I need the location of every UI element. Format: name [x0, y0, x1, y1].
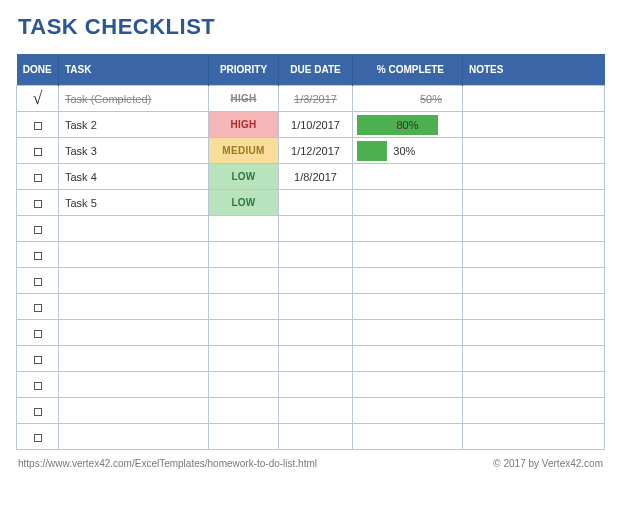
complete-cell[interactable]: 50% [353, 86, 463, 112]
col-complete: % COMPLETE [353, 54, 463, 86]
table-row: Task 4LOW1/8/2017 [17, 164, 605, 190]
priority-cell[interactable] [209, 424, 279, 450]
complete-cell[interactable] [353, 242, 463, 268]
due-date-cell[interactable] [279, 372, 353, 398]
checkbox-icon [34, 226, 42, 234]
done-cell[interactable]: √ [17, 86, 59, 112]
table-row [17, 294, 605, 320]
due-date-cell[interactable] [279, 294, 353, 320]
priority-cell[interactable]: HIGH [209, 112, 279, 138]
task-cell[interactable]: Task 2 [59, 112, 209, 138]
done-cell[interactable] [17, 138, 59, 164]
complete-cell[interactable]: 30% [353, 138, 463, 164]
table-row: √Task (Completed)HIGH1/3/201750% [17, 86, 605, 112]
notes-cell[interactable] [463, 138, 605, 164]
due-date-cell[interactable] [279, 242, 353, 268]
done-cell[interactable] [17, 294, 59, 320]
notes-cell[interactable] [463, 372, 605, 398]
complete-cell[interactable]: 80% [353, 112, 463, 138]
complete-cell[interactable] [353, 320, 463, 346]
priority-cell[interactable] [209, 346, 279, 372]
notes-cell[interactable] [463, 294, 605, 320]
due-date-cell[interactable] [279, 346, 353, 372]
priority-cell[interactable] [209, 242, 279, 268]
notes-cell[interactable] [463, 190, 605, 216]
priority-cell[interactable] [209, 268, 279, 294]
priority-cell[interactable] [209, 398, 279, 424]
notes-cell[interactable] [463, 112, 605, 138]
task-cell[interactable]: Task 5 [59, 190, 209, 216]
notes-cell[interactable] [463, 216, 605, 242]
done-cell[interactable] [17, 424, 59, 450]
done-cell[interactable] [17, 164, 59, 190]
task-cell[interactable]: Task (Completed) [59, 86, 209, 112]
done-cell[interactable] [17, 372, 59, 398]
priority-cell[interactable] [209, 294, 279, 320]
task-cell[interactable] [59, 242, 209, 268]
priority-cell[interactable]: MEDIUM [209, 138, 279, 164]
done-cell[interactable] [17, 216, 59, 242]
priority-cell[interactable]: LOW [209, 190, 279, 216]
notes-cell[interactable] [463, 320, 605, 346]
task-cell[interactable] [59, 424, 209, 450]
checkbox-icon [34, 330, 42, 338]
table-header-row: DONE TASK PRIORITY DUE DATE % COMPLETE N… [17, 54, 605, 86]
notes-cell[interactable] [463, 268, 605, 294]
done-cell[interactable] [17, 346, 59, 372]
done-cell[interactable] [17, 242, 59, 268]
due-date-cell[interactable] [279, 320, 353, 346]
complete-cell[interactable] [353, 398, 463, 424]
table-row [17, 268, 605, 294]
task-cell[interactable] [59, 216, 209, 242]
progress-label: 80% [357, 119, 458, 131]
done-cell[interactable] [17, 190, 59, 216]
done-cell[interactable] [17, 320, 59, 346]
priority-cell[interactable] [209, 216, 279, 242]
complete-cell[interactable] [353, 216, 463, 242]
complete-cell[interactable] [353, 190, 463, 216]
task-cell[interactable] [59, 346, 209, 372]
checkmark-icon: √ [33, 88, 43, 108]
due-date-cell[interactable] [279, 190, 353, 216]
due-date-cell[interactable] [279, 424, 353, 450]
due-date-cell[interactable] [279, 216, 353, 242]
due-date-cell[interactable]: 1/10/2017 [279, 112, 353, 138]
table-row [17, 242, 605, 268]
due-date-cell[interactable] [279, 268, 353, 294]
priority-cell[interactable] [209, 320, 279, 346]
priority-cell[interactable] [209, 372, 279, 398]
notes-cell[interactable] [463, 86, 605, 112]
complete-cell[interactable] [353, 424, 463, 450]
task-cell[interactable] [59, 372, 209, 398]
task-cell[interactable]: Task 4 [59, 164, 209, 190]
notes-cell[interactable] [463, 346, 605, 372]
priority-cell[interactable]: HIGH [209, 86, 279, 112]
complete-cell[interactable] [353, 294, 463, 320]
table-row: Task 2HIGH1/10/201780% [17, 112, 605, 138]
footer-link: https://www.vertex42.com/ExcelTemplates/… [18, 458, 317, 469]
due-date-cell[interactable]: 1/12/2017 [279, 138, 353, 164]
notes-cell[interactable] [463, 164, 605, 190]
priority-cell[interactable]: LOW [209, 164, 279, 190]
done-cell[interactable] [17, 268, 59, 294]
done-cell[interactable] [17, 398, 59, 424]
notes-cell[interactable] [463, 242, 605, 268]
task-cell[interactable] [59, 268, 209, 294]
task-cell[interactable] [59, 320, 209, 346]
due-date-cell[interactable] [279, 398, 353, 424]
complete-cell[interactable] [353, 268, 463, 294]
due-date-cell[interactable]: 1/8/2017 [279, 164, 353, 190]
task-cell[interactable]: Task 3 [59, 138, 209, 164]
complete-cell[interactable] [353, 346, 463, 372]
complete-cell[interactable] [353, 372, 463, 398]
progress-bar: 80% [357, 115, 458, 135]
notes-cell[interactable] [463, 424, 605, 450]
task-cell[interactable] [59, 398, 209, 424]
task-cell[interactable] [59, 294, 209, 320]
notes-cell[interactable] [463, 398, 605, 424]
due-date-cell[interactable]: 1/3/2017 [279, 86, 353, 112]
checkbox-icon [34, 252, 42, 260]
complete-cell[interactable] [353, 164, 463, 190]
col-notes: NOTES [463, 54, 605, 86]
done-cell[interactable] [17, 112, 59, 138]
